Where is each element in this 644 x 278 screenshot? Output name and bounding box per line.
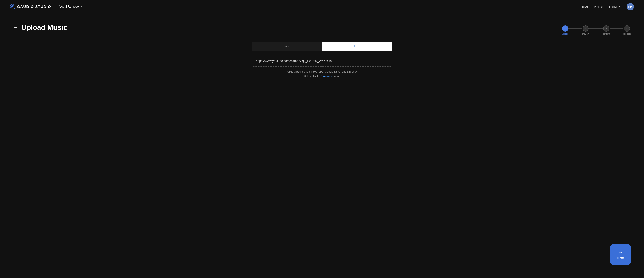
pricing-link[interactable]: Pricing xyxy=(594,5,602,8)
helper-line2-suffix: max. xyxy=(334,75,340,78)
language-button[interactable]: English ▾ xyxy=(608,5,620,8)
step-2-label: preview xyxy=(582,32,589,35)
upload-container: File URL Public URLs including YouTube, … xyxy=(252,42,392,78)
url-input[interactable] xyxy=(252,56,392,66)
step-preview: 2 preview xyxy=(582,26,589,35)
helper-text: Public URLs including YouTube, Google Dr… xyxy=(252,70,392,78)
svg-point-2 xyxy=(12,6,13,7)
page-title: Upload Music xyxy=(22,24,67,32)
back-arrow-icon[interactable]: ← xyxy=(14,25,18,30)
step-2-circle: 2 xyxy=(582,26,589,32)
next-arrow-icon: → xyxy=(618,250,623,255)
step-connector-1 xyxy=(568,28,582,29)
logo-icon xyxy=(10,4,16,10)
avatar[interactable]: HM xyxy=(626,3,634,10)
chevron-down-icon: ▾ xyxy=(81,5,82,8)
step-3-circle: 3 xyxy=(603,26,609,32)
step-request: 4 request xyxy=(623,26,630,35)
vocal-remover-button[interactable]: Vocal Remover ▾ xyxy=(59,5,82,8)
page-header: ← Upload Music xyxy=(14,24,630,32)
step-4-label: request xyxy=(623,32,630,35)
header-right: Blog Pricing English ▾ HM xyxy=(582,3,634,10)
logo: GAUDIO STUDIO xyxy=(10,4,51,10)
step-3-label: confirm xyxy=(603,32,610,35)
step-upload: 1 upload xyxy=(562,26,568,35)
step-4-circle: 4 xyxy=(624,26,630,32)
step-1-label: upload xyxy=(562,32,568,35)
next-label: Next xyxy=(617,256,624,260)
url-input-wrapper xyxy=(252,55,392,67)
header-left: GAUDIO STUDIO Vocal Remover ▾ xyxy=(10,4,82,10)
next-button[interactable]: → Next xyxy=(610,244,630,264)
vocal-remover-label: Vocal Remover xyxy=(59,5,80,8)
tab-url-button[interactable]: URL xyxy=(322,42,392,51)
helper-highlight: 10 minutes xyxy=(320,75,334,78)
tab-switcher: File URL xyxy=(252,42,392,51)
blog-link[interactable]: Blog xyxy=(582,5,588,8)
lang-chevron-icon: ▾ xyxy=(619,5,620,8)
step-connector-3 xyxy=(610,28,623,29)
helper-line2-prefix: Upload limit: xyxy=(304,75,319,78)
helper-line2: Upload limit: 10 minutes max. xyxy=(252,74,392,78)
logo-text: GAUDIO STUDIO xyxy=(17,4,51,9)
step-connector-2 xyxy=(589,28,603,29)
step-confirm: 3 confirm xyxy=(603,26,610,35)
tab-file-button[interactable]: File xyxy=(252,42,322,51)
stepper: 1 upload 2 preview 3 confirm 4 request xyxy=(562,26,630,35)
step-1-circle: 1 xyxy=(562,26,568,32)
language-label: English xyxy=(608,5,618,8)
helper-line1: Public URLs including YouTube, Google Dr… xyxy=(252,70,392,74)
